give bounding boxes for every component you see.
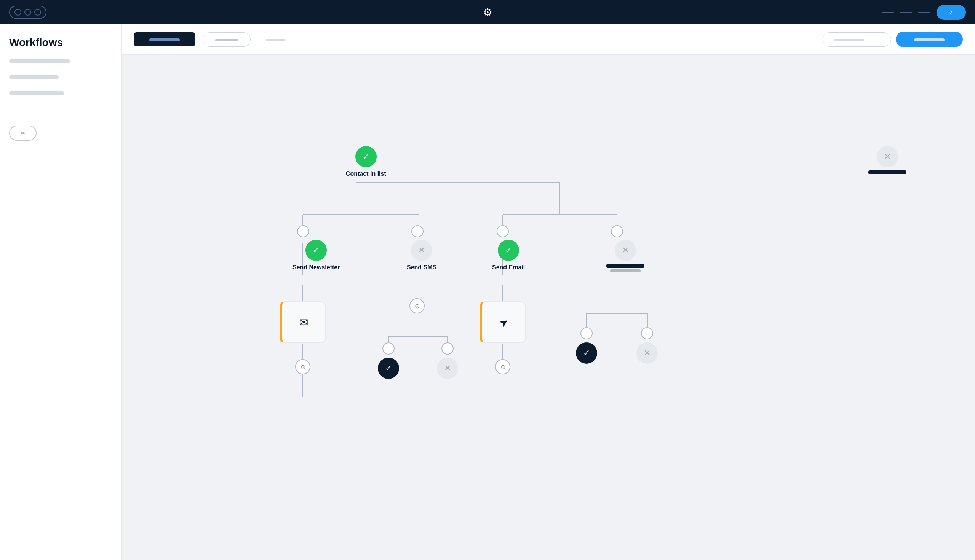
sms-right-icon: ✕	[437, 358, 458, 379]
tab-2[interactable]	[202, 32, 251, 47]
branch2-node[interactable]: ✕ Send SMS	[407, 240, 436, 271]
branch2-connector-circle	[411, 225, 423, 237]
branch4-right-subnode[interactable]: ✕	[636, 342, 658, 364]
branch2-clock-icon: ⊙	[410, 298, 425, 313]
email-icon: ➤	[496, 315, 511, 330]
topnav-right: ✓	[882, 5, 966, 20]
disconnected-node[interactable]: ✕	[868, 146, 906, 177]
branch4-right-circle	[641, 327, 653, 339]
app-layout: Workflows ✏	[0, 24, 975, 560]
branch1-card[interactable]: ✉	[280, 301, 326, 343]
branch4-connector-circle	[611, 225, 623, 237]
root-node-label: Contact in list	[346, 170, 386, 177]
branch4-right-icon: ✕	[636, 342, 658, 364]
branch3-node-label: Send Email	[492, 264, 525, 271]
toolbar-right	[823, 32, 963, 47]
branch2-node-label: Send SMS	[407, 264, 436, 271]
branch4-left-icon: ✓	[576, 342, 597, 364]
disconnected-label-bar	[868, 170, 906, 174]
branch1-connector-circle	[297, 225, 309, 237]
branch4-node-icon: ✕	[615, 240, 636, 261]
branch4-left-outline	[580, 327, 593, 339]
toolbar	[122, 24, 975, 55]
window-btn-1[interactable]	[15, 9, 21, 16]
workflow-canvas[interactable]: ✓ Contact in list ✓ Send Newsletter ✉ ⊙	[122, 55, 975, 560]
branch3-card[interactable]: ➤	[480, 301, 525, 343]
nav-line-2	[900, 12, 912, 13]
tab-3[interactable]	[258, 33, 293, 47]
branch1-node[interactable]: ✓ Send Newsletter	[293, 240, 340, 271]
branch3-clock-icon: ⊙	[495, 359, 510, 374]
branch4-outline-circle	[611, 225, 623, 237]
sidebar-title: Workflows	[9, 37, 112, 49]
branch4-label-bar2	[610, 269, 641, 272]
root-node-icon: ✓	[355, 146, 377, 167]
logo-area: ⚙	[483, 6, 492, 18]
tab-1[interactable]	[134, 32, 195, 47]
branch1-node-icon: ✓	[306, 240, 327, 261]
sms-branch-right-circle	[442, 342, 453, 355]
branch3-clock[interactable]: ⊙	[495, 359, 510, 374]
sms-right-subnode[interactable]: ✕	[437, 358, 458, 379]
branch2-clock[interactable]: ⊙	[410, 298, 425, 313]
window-buttons-group	[9, 6, 47, 18]
branch3-connector-circle	[497, 225, 509, 237]
window-btn-3[interactable]	[34, 9, 41, 16]
edit-button[interactable]: ✏	[9, 125, 37, 141]
sidebar-item-line-3	[9, 91, 64, 95]
branch3-outline-circle	[497, 225, 509, 237]
app-logo-icon: ⚙	[483, 7, 492, 18]
save-button[interactable]: ✓	[937, 5, 966, 20]
disconnected-node-icon: ✕	[877, 146, 898, 167]
window-controls	[9, 6, 47, 18]
main-content: ✓ Contact in list ✓ Send Newsletter ✉ ⊙	[122, 24, 975, 560]
sms-left-subnode[interactable]: ✓	[378, 358, 399, 379]
sidebar-item-line-1	[9, 59, 70, 63]
search-input[interactable]	[823, 32, 891, 47]
branch4-label-bar	[606, 264, 644, 268]
sms-right-outline	[442, 342, 453, 355]
window-btn-2[interactable]	[24, 9, 31, 16]
branch1-clock-icon: ⊙	[295, 359, 310, 374]
sms-left-outline	[382, 342, 395, 355]
sms-branch-left-circle	[382, 342, 395, 355]
publish-button[interactable]	[896, 32, 963, 47]
branch4-left-subnode[interactable]: ✓	[576, 342, 597, 364]
sms-left-icon: ✓	[378, 358, 399, 379]
branch2-node-icon: ✕	[411, 240, 432, 261]
branch1-node-label: Send Newsletter	[293, 264, 340, 271]
branch4-left-circle	[580, 327, 593, 339]
nav-line-1	[882, 12, 894, 13]
branch1-outline-circle	[297, 225, 309, 237]
sidebar-item-line-2	[9, 75, 59, 79]
branch4-node[interactable]: ✕	[606, 240, 644, 272]
root-node[interactable]: ✓ Contact in list	[346, 146, 386, 177]
topnav: ⚙ ✓	[0, 0, 975, 24]
branch1-clock[interactable]: ⊙	[295, 359, 310, 374]
branch4-right-outline	[641, 327, 653, 339]
checkmark-icon: ✓	[949, 9, 954, 16]
branch2-outline-circle	[411, 225, 423, 237]
branch3-node[interactable]: ✓ Send Email	[492, 240, 525, 271]
sidebar: Workflows ✏	[0, 24, 122, 560]
newsletter-icon: ✉	[299, 316, 308, 329]
pencil-icon: ✏	[20, 130, 25, 136]
branch3-node-icon: ✓	[498, 240, 519, 261]
nav-line-3	[918, 12, 930, 13]
